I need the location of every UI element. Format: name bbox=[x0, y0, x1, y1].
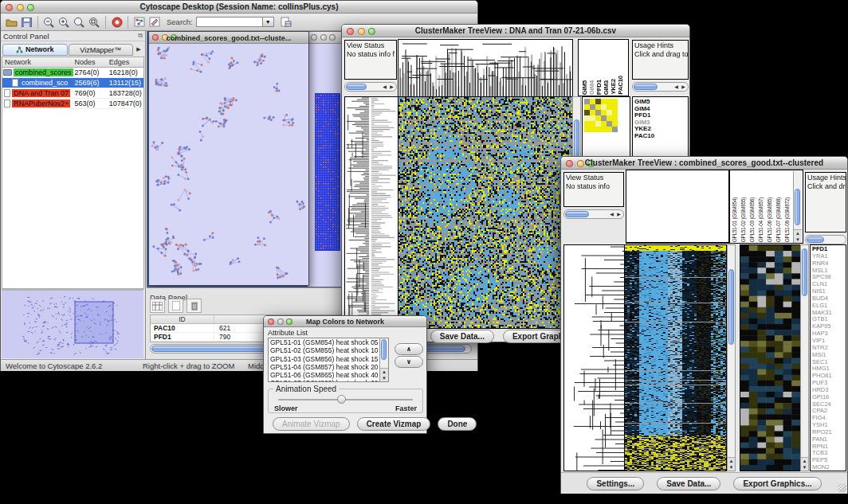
cytoscape-titlebar[interactable]: Cytoscape Desktop (Session Name: collins… bbox=[1, 1, 477, 14]
search-input[interactable] bbox=[196, 17, 263, 27]
scroll-down-arrow[interactable]: ▼ bbox=[801, 464, 808, 471]
heatmap-column-label[interactable]: PFD1 bbox=[595, 80, 603, 95]
attribute-browser-icon[interactable] bbox=[279, 15, 294, 29]
heatmap-column-label[interactable]: GIM5 bbox=[581, 80, 588, 95]
matrix-cell[interactable] bbox=[612, 104, 618, 110]
done-button[interactable]: Done bbox=[438, 417, 477, 431]
network-modify-icon[interactable] bbox=[132, 15, 147, 29]
scroll-up-arrow[interactable]: ▲ bbox=[380, 369, 388, 375]
matrix-cell[interactable] bbox=[601, 121, 607, 127]
scroll-right-arrow[interactable]: ▶ bbox=[680, 84, 687, 91]
heatmap-column-label[interactable]: GPL51-03 (GSM856) bbox=[749, 197, 755, 242]
matrix-cell[interactable] bbox=[607, 127, 612, 132]
save-data-button[interactable]: Save Data... bbox=[430, 330, 494, 343]
save-icon[interactable] bbox=[19, 15, 34, 29]
network-view-canvas[interactable] bbox=[149, 44, 308, 285]
matrix-cell[interactable] bbox=[584, 99, 590, 104]
tv2-zoom-heatmap[interactable] bbox=[740, 244, 801, 471]
minimize-button[interactable] bbox=[320, 34, 327, 41]
scroll-left-arrow[interactable]: ◀ bbox=[673, 84, 680, 91]
scroll-left-arrow[interactable]: ◀ bbox=[608, 211, 615, 218]
tv2-global-heatmap[interactable] bbox=[624, 244, 727, 471]
scroll-right-arrow[interactable]: ▶ bbox=[388, 84, 395, 91]
heatmap-column-label[interactable]: YKE2 bbox=[610, 79, 617, 95]
scroll-down-arrow[interactable]: ▼ bbox=[380, 375, 388, 381]
heatmap-column-label[interactable]: GPL51-06 (GSM865) bbox=[767, 197, 772, 242]
gene-label[interactable]: MON2 bbox=[812, 464, 846, 471]
tv1-status-scrollbar[interactable]: ◀▶ bbox=[344, 82, 397, 92]
matrix-cell[interactable] bbox=[595, 127, 601, 132]
matrix-cell[interactable] bbox=[590, 99, 595, 104]
matrix-cell[interactable] bbox=[607, 121, 612, 127]
matrix-cell[interactable] bbox=[601, 104, 607, 110]
scroll-down-arrow[interactable]: ▼ bbox=[728, 464, 735, 471]
data-col-id[interactable]: ID bbox=[151, 315, 214, 323]
help-icon[interactable] bbox=[109, 15, 124, 29]
delete-attribute-icon[interactable] bbox=[186, 299, 202, 313]
export-graphics-button[interactable]: Export Graphics... bbox=[733, 477, 821, 490]
close-button[interactable] bbox=[311, 34, 317, 41]
matrix-cell[interactable] bbox=[601, 110, 607, 115]
scroll-right-arrow[interactable]: ▶ bbox=[615, 211, 622, 218]
attribute-list[interactable]: GPL51-01 (GSM854) heat shock 05 minGPL51… bbox=[268, 338, 389, 382]
matrix-cell[interactable] bbox=[584, 104, 590, 110]
tv1-hints-scrollbar[interactable]: ◀▶ bbox=[632, 82, 689, 92]
attribute-list-item[interactable]: GPL51-02 (GSM855) heat shock 10 min bbox=[269, 346, 388, 354]
matrix-cell[interactable] bbox=[601, 99, 607, 104]
select-attributes-icon[interactable] bbox=[150, 299, 165, 313]
scroll-down-arrow[interactable]: ▼ bbox=[794, 236, 802, 243]
tab-network[interactable]: Network bbox=[2, 44, 68, 56]
heatmap-column-label[interactable]: GIM3 bbox=[603, 80, 610, 95]
table-row[interactable]: combined_scores2764(0)16218(0) bbox=[2, 68, 143, 78]
attribute-list-item[interactable]: GPL51-07 (GSM868) heat shock 60 min bbox=[269, 379, 388, 382]
network-overview[interactable] bbox=[2, 289, 143, 358]
matrix-cell[interactable] bbox=[595, 99, 601, 104]
heatmap-column-label[interactable]: GPL51-01 (GSM854) bbox=[732, 197, 737, 242]
matrix-cell[interactable] bbox=[595, 110, 601, 115]
heatmap-column-label[interactable]: PAC10 bbox=[617, 76, 624, 95]
heatmap-column-label[interactable]: GPL51-08 (GSM872) bbox=[784, 197, 790, 242]
open-file-icon[interactable] bbox=[4, 15, 19, 29]
attribute-list-item[interactable]: GPL51-01 (GSM854) heat shock 05 min bbox=[269, 338, 388, 346]
resize-grip[interactable] bbox=[838, 483, 846, 492]
matrix-cell[interactable] bbox=[584, 115, 590, 121]
tv1-zoom-matrix[interactable] bbox=[584, 99, 618, 132]
matrix-cell[interactable] bbox=[607, 104, 612, 110]
tab-overflow-arrow[interactable]: ▶ bbox=[134, 46, 143, 53]
matrix-cell[interactable] bbox=[590, 110, 595, 115]
tv1-row-dendrogram[interactable] bbox=[344, 96, 398, 329]
attribute-list-item[interactable]: GPL51-06 (GSM865) heat shock 40 min bbox=[269, 371, 388, 379]
matrix-cell[interactable] bbox=[607, 99, 612, 104]
heatmap-row-label[interactable]: PAC10 bbox=[634, 133, 654, 140]
treeview1-titlebar[interactable]: ClusterMaker TreeView : DNA and Tran 07-… bbox=[342, 25, 689, 37]
animate-vizmap-button[interactable]: Animate Vizmap bbox=[273, 417, 350, 431]
move-up-button[interactable]: ∧ bbox=[395, 343, 423, 355]
dialog-titlebar[interactable]: Map Colors to Network bbox=[264, 316, 426, 327]
matrix-cell[interactable] bbox=[590, 127, 595, 132]
table-row[interactable]: DNA and Tran 07769(0)183728(0) bbox=[2, 88, 143, 99]
matrix-cell[interactable] bbox=[601, 115, 607, 121]
zoom-selected-icon[interactable] bbox=[72, 15, 87, 29]
tv1-column-dendrogram[interactable] bbox=[398, 39, 573, 98]
heatmap-column-label[interactable]: GPL51-04 (GSM857) bbox=[758, 197, 764, 242]
matrix-cell[interactable] bbox=[595, 104, 601, 110]
save-data-button[interactable]: Save Data... bbox=[657, 477, 720, 490]
zoom-in-icon[interactable] bbox=[57, 15, 72, 29]
matrix-cell[interactable] bbox=[584, 121, 590, 127]
scroll-up-arrow[interactable]: ▲ bbox=[794, 230, 802, 236]
zoom-fit-icon[interactable] bbox=[87, 15, 102, 29]
scroll-up-arrow[interactable]: ▲ bbox=[728, 458, 735, 464]
create-vizmap-button[interactable]: Create Vizmap bbox=[357, 417, 431, 431]
zoom-out-icon[interactable] bbox=[41, 15, 57, 29]
create-attribute-icon[interactable] bbox=[168, 299, 183, 313]
tv2-row-dendrogram[interactable] bbox=[563, 244, 625, 471]
scroll-left-arrow[interactable]: ◀ bbox=[381, 84, 388, 91]
scroll-up-arrow[interactable]: ▲ bbox=[801, 458, 808, 464]
matrix-cell[interactable] bbox=[584, 127, 590, 132]
matrix-cell[interactable] bbox=[607, 115, 612, 121]
matrix-cell[interactable] bbox=[595, 115, 601, 121]
annotation-icon[interactable] bbox=[147, 15, 162, 29]
tv1-heatmap[interactable] bbox=[398, 96, 573, 329]
matrix-cell[interactable] bbox=[584, 110, 590, 115]
attribute-list-item[interactable]: GPL51-04 (GSM857) heat shock 20 min bbox=[269, 363, 388, 371]
